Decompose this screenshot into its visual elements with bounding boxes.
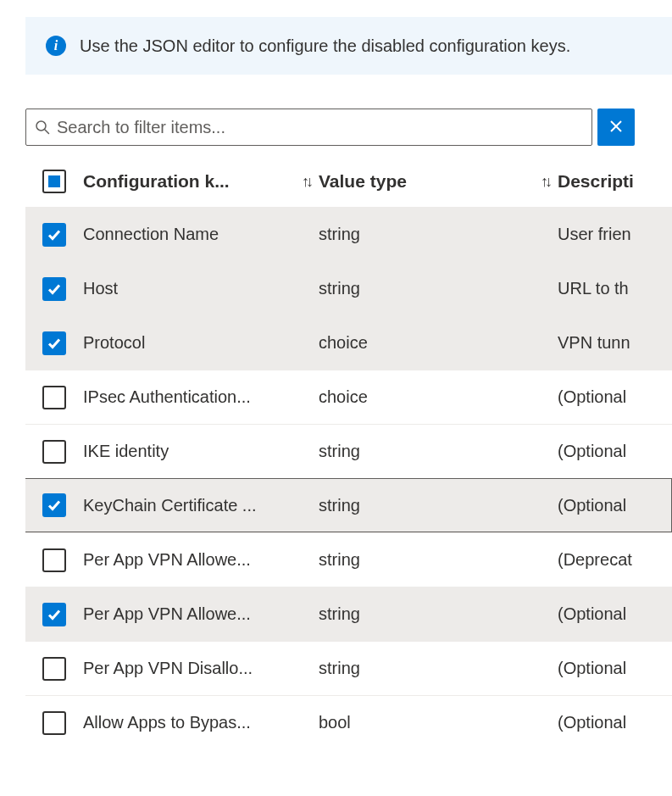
column-header-description-label: Descripti: [558, 171, 634, 192]
table-row[interactable]: Per App VPN Allowe...string(Optional: [25, 587, 672, 641]
row-checkbox[interactable]: [42, 223, 66, 247]
value-type: choice: [319, 387, 368, 407]
table-row[interactable]: Allow Apps to Bypas...bool(Optional: [25, 695, 672, 749]
search-input[interactable]: [57, 118, 583, 137]
value-type: string: [319, 442, 360, 461]
description-value: (Optional: [558, 387, 626, 407]
search-row: [25, 109, 672, 146]
value-type: string: [319, 225, 360, 244]
close-icon: [610, 119, 622, 136]
description-value: (Optional: [558, 496, 626, 515]
search-box[interactable]: [25, 109, 592, 146]
svg-point-0: [36, 121, 46, 131]
clear-search-button[interactable]: [597, 109, 635, 146]
value-type: string: [319, 496, 360, 515]
config-key-value: Per App VPN Disallo...: [83, 659, 253, 678]
value-type: choice: [319, 333, 368, 353]
value-type: bool: [319, 713, 351, 732]
config-key-value: Per App VPN Allowe...: [83, 550, 251, 570]
column-header-key[interactable]: Configuration k... ↑↓: [83, 171, 319, 192]
table-row[interactable]: KeyChain Certificate ...string(Optional: [25, 478, 672, 532]
table-row[interactable]: HoststringURL to th: [25, 261, 672, 315]
row-checkbox[interactable]: [42, 331, 66, 355]
table-row[interactable]: IKE identitystring(Optional: [25, 424, 672, 478]
column-header-value-type-label: Value type: [319, 171, 407, 192]
config-key-value: IPsec Authentication...: [83, 387, 251, 407]
description-value: (Optional: [558, 604, 626, 624]
column-header-value-type[interactable]: Value type ↑↓: [319, 171, 558, 192]
svg-line-1: [45, 130, 49, 134]
row-checkbox[interactable]: [42, 440, 66, 464]
value-type: string: [319, 604, 360, 624]
config-key-value: Host: [83, 279, 118, 298]
config-table: Configuration k... ↑↓ Value type ↑↓ Desc…: [25, 159, 672, 749]
config-key-value: IKE identity: [83, 442, 169, 461]
table-row[interactable]: Connection NamestringUser frien: [25, 207, 672, 261]
row-checkbox[interactable]: [42, 603, 66, 626]
config-key-value: Protocol: [83, 333, 145, 353]
search-icon: [35, 120, 50, 135]
description-value: URL to th: [558, 279, 629, 298]
table-row[interactable]: IPsec Authentication...choice(Optional: [25, 370, 672, 424]
description-value: VPN tunn: [558, 333, 630, 353]
row-checkbox[interactable]: [42, 386, 66, 409]
row-checkbox[interactable]: [42, 657, 66, 681]
value-type: string: [319, 550, 360, 570]
value-type: string: [319, 279, 360, 298]
sort-icon: ↑↓: [302, 173, 310, 191]
row-checkbox[interactable]: [42, 711, 66, 735]
description-value: (Deprecat: [558, 550, 632, 570]
config-key-value: Per App VPN Allowe...: [83, 604, 251, 624]
info-banner-text: Use the JSON editor to configure the dis…: [80, 34, 570, 58]
value-type: string: [319, 659, 360, 678]
row-checkbox[interactable]: [42, 548, 66, 572]
column-header-key-label: Configuration k...: [83, 171, 230, 192]
table-row[interactable]: ProtocolchoiceVPN tunn: [25, 315, 672, 370]
description-value: (Optional: [558, 659, 626, 678]
table-row[interactable]: Per App VPN Disallo...string(Optional: [25, 641, 672, 695]
sort-icon: ↑↓: [541, 173, 549, 191]
info-icon: i: [46, 36, 66, 56]
select-all-checkbox[interactable]: [42, 170, 66, 193]
config-key-value: Allow Apps to Bypas...: [83, 713, 251, 732]
row-checkbox[interactable]: [42, 277, 66, 301]
description-value: User frien: [558, 225, 631, 244]
description-value: (Optional: [558, 713, 626, 732]
description-value: (Optional: [558, 442, 626, 461]
table-header: Configuration k... ↑↓ Value type ↑↓ Desc…: [25, 159, 672, 207]
config-key-value: Connection Name: [83, 225, 219, 244]
column-header-description[interactable]: Descripti: [558, 171, 672, 192]
table-row[interactable]: Per App VPN Allowe...string(Deprecat: [25, 532, 672, 587]
config-key-value: KeyChain Certificate ...: [83, 496, 257, 515]
row-checkbox[interactable]: [42, 493, 66, 517]
info-banner: i Use the JSON editor to configure the d…: [25, 17, 672, 75]
